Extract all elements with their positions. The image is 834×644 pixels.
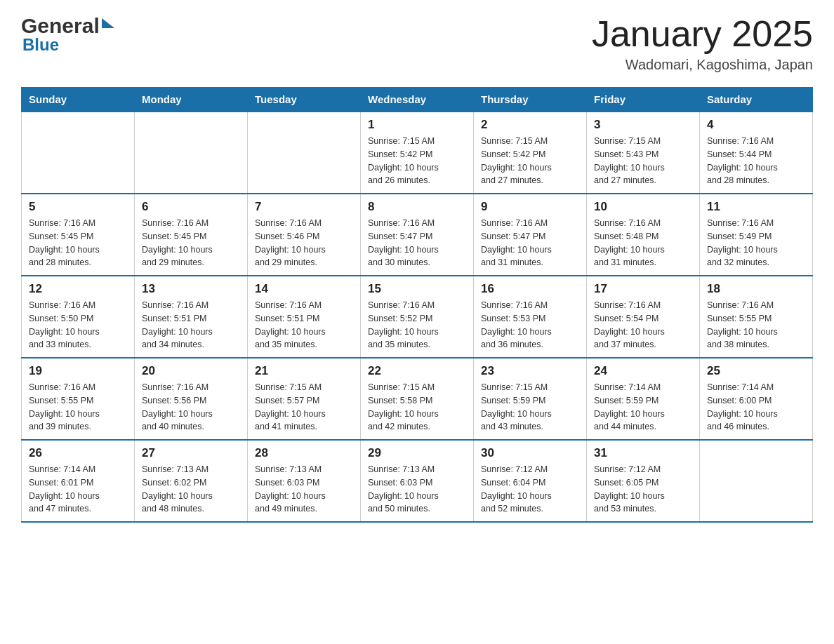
weekday-header-thursday: Thursday [474, 88, 587, 112]
day-number: 21 [255, 364, 353, 378]
calendar-cell: 2Sunrise: 7:15 AM Sunset: 5:42 PM Daylig… [474, 112, 587, 194]
calendar-week-3: 12Sunrise: 7:16 AM Sunset: 5:50 PM Dayli… [22, 276, 813, 358]
calendar-cell: 23Sunrise: 7:15 AM Sunset: 5:59 PM Dayli… [474, 358, 587, 440]
calendar-cell: 6Sunrise: 7:16 AM Sunset: 5:45 PM Daylig… [135, 194, 248, 276]
day-info: Sunrise: 7:13 AM Sunset: 6:03 PM Dayligh… [368, 463, 466, 516]
calendar-cell: 25Sunrise: 7:14 AM Sunset: 6:00 PM Dayli… [700, 358, 813, 440]
weekday-header-monday: Monday [135, 88, 248, 112]
day-info: Sunrise: 7:16 AM Sunset: 5:45 PM Dayligh… [142, 217, 240, 269]
day-info: Sunrise: 7:16 AM Sunset: 5:49 PM Dayligh… [707, 217, 805, 269]
logo-arrow-icon [102, 18, 114, 28]
day-number: 22 [368, 364, 466, 378]
calendar-cell: 9Sunrise: 7:16 AM Sunset: 5:47 PM Daylig… [474, 194, 587, 276]
day-number: 31 [594, 446, 692, 460]
day-info: Sunrise: 7:15 AM Sunset: 5:42 PM Dayligh… [368, 135, 466, 187]
day-info: Sunrise: 7:15 AM Sunset: 5:57 PM Dayligh… [255, 381, 353, 434]
calendar-cell: 26Sunrise: 7:14 AM Sunset: 6:01 PM Dayli… [22, 440, 135, 522]
calendar-cell: 13Sunrise: 7:16 AM Sunset: 5:51 PM Dayli… [135, 276, 248, 358]
day-number: 28 [255, 446, 353, 460]
day-info: Sunrise: 7:16 AM Sunset: 5:51 PM Dayligh… [142, 299, 240, 351]
calendar-cell: 29Sunrise: 7:13 AM Sunset: 6:03 PM Dayli… [361, 440, 474, 522]
day-number: 25 [707, 364, 805, 378]
weekday-header-sunday: Sunday [22, 88, 135, 112]
day-number: 19 [29, 364, 127, 378]
calendar-week-1: 1Sunrise: 7:15 AM Sunset: 5:42 PM Daylig… [22, 112, 813, 194]
weekday-header-wednesday: Wednesday [361, 88, 474, 112]
day-info: Sunrise: 7:14 AM Sunset: 6:00 PM Dayligh… [707, 381, 805, 434]
logo-blue-text: Blue [22, 35, 59, 55]
day-info: Sunrise: 7:16 AM Sunset: 5:53 PM Dayligh… [481, 299, 579, 351]
title-block: January 2025 Wadomari, Kagoshima, Japan [592, 14, 813, 73]
calendar-cell: 18Sunrise: 7:16 AM Sunset: 5:55 PM Dayli… [700, 276, 813, 358]
day-number: 30 [481, 446, 579, 460]
calendar-table: SundayMondayTuesdayWednesdayThursdayFrid… [21, 87, 813, 523]
day-info: Sunrise: 7:14 AM Sunset: 5:59 PM Dayligh… [594, 381, 692, 434]
day-info: Sunrise: 7:15 AM Sunset: 5:43 PM Dayligh… [594, 135, 692, 187]
day-info: Sunrise: 7:15 AM Sunset: 5:59 PM Dayligh… [481, 381, 579, 434]
day-number: 1 [368, 118, 466, 132]
calendar-cell: 19Sunrise: 7:16 AM Sunset: 5:55 PM Dayli… [22, 358, 135, 440]
day-number: 26 [29, 446, 127, 460]
day-number: 27 [142, 446, 240, 460]
calendar-cell: 7Sunrise: 7:16 AM Sunset: 5:46 PM Daylig… [248, 194, 361, 276]
calendar-cell: 12Sunrise: 7:16 AM Sunset: 5:50 PM Dayli… [22, 276, 135, 358]
calendar-cell [22, 112, 135, 194]
calendar-cell: 31Sunrise: 7:12 AM Sunset: 6:05 PM Dayli… [587, 440, 700, 522]
calendar-week-5: 26Sunrise: 7:14 AM Sunset: 6:01 PM Dayli… [22, 440, 813, 522]
calendar-cell: 27Sunrise: 7:13 AM Sunset: 6:02 PM Dayli… [135, 440, 248, 522]
day-number: 4 [707, 118, 805, 132]
location-text: Wadomari, Kagoshima, Japan [592, 57, 813, 73]
calendar-cell: 15Sunrise: 7:16 AM Sunset: 5:52 PM Dayli… [361, 276, 474, 358]
day-info: Sunrise: 7:16 AM Sunset: 5:50 PM Dayligh… [29, 299, 127, 351]
day-number: 23 [481, 364, 579, 378]
day-number: 17 [594, 282, 692, 296]
day-number: 8 [368, 200, 466, 214]
day-info: Sunrise: 7:16 AM Sunset: 5:46 PM Dayligh… [255, 217, 353, 269]
calendar-cell: 20Sunrise: 7:16 AM Sunset: 5:56 PM Dayli… [135, 358, 248, 440]
day-number: 5 [29, 200, 127, 214]
day-info: Sunrise: 7:15 AM Sunset: 5:42 PM Dayligh… [481, 135, 579, 187]
day-number: 14 [255, 282, 353, 296]
weekday-header-friday: Friday [587, 88, 700, 112]
day-number: 10 [594, 200, 692, 214]
calendar-cell: 3Sunrise: 7:15 AM Sunset: 5:43 PM Daylig… [587, 112, 700, 194]
calendar-week-2: 5Sunrise: 7:16 AM Sunset: 5:45 PM Daylig… [22, 194, 813, 276]
day-info: Sunrise: 7:13 AM Sunset: 6:03 PM Dayligh… [255, 463, 353, 516]
day-number: 13 [142, 282, 240, 296]
page-header: General Blue January 2025 Wadomari, Kago… [21, 14, 813, 73]
calendar-cell: 17Sunrise: 7:16 AM Sunset: 5:54 PM Dayli… [587, 276, 700, 358]
day-number: 29 [368, 446, 466, 460]
day-info: Sunrise: 7:12 AM Sunset: 6:05 PM Dayligh… [594, 463, 692, 516]
calendar-week-4: 19Sunrise: 7:16 AM Sunset: 5:55 PM Dayli… [22, 358, 813, 440]
weekday-header-saturday: Saturday [700, 88, 813, 112]
day-number: 15 [368, 282, 466, 296]
calendar-cell [700, 440, 813, 522]
weekday-header-tuesday: Tuesday [248, 88, 361, 112]
calendar-cell: 21Sunrise: 7:15 AM Sunset: 5:57 PM Dayli… [248, 358, 361, 440]
day-info: Sunrise: 7:16 AM Sunset: 5:55 PM Dayligh… [29, 381, 127, 434]
day-info: Sunrise: 7:16 AM Sunset: 5:47 PM Dayligh… [481, 217, 579, 269]
calendar-cell: 22Sunrise: 7:15 AM Sunset: 5:58 PM Dayli… [361, 358, 474, 440]
day-info: Sunrise: 7:14 AM Sunset: 6:01 PM Dayligh… [29, 463, 127, 516]
day-number: 18 [707, 282, 805, 296]
calendar-cell: 16Sunrise: 7:16 AM Sunset: 5:53 PM Dayli… [474, 276, 587, 358]
day-info: Sunrise: 7:16 AM Sunset: 5:56 PM Dayligh… [142, 381, 240, 434]
day-number: 12 [29, 282, 127, 296]
day-info: Sunrise: 7:16 AM Sunset: 5:48 PM Dayligh… [594, 217, 692, 269]
day-info: Sunrise: 7:16 AM Sunset: 5:45 PM Dayligh… [29, 217, 127, 269]
calendar-cell: 1Sunrise: 7:15 AM Sunset: 5:42 PM Daylig… [361, 112, 474, 194]
calendar-cell [135, 112, 248, 194]
calendar-cell: 11Sunrise: 7:16 AM Sunset: 5:49 PM Dayli… [700, 194, 813, 276]
calendar-cell: 14Sunrise: 7:16 AM Sunset: 5:51 PM Dayli… [248, 276, 361, 358]
calendar-cell: 4Sunrise: 7:16 AM Sunset: 5:44 PM Daylig… [700, 112, 813, 194]
calendar-cell: 10Sunrise: 7:16 AM Sunset: 5:48 PM Dayli… [587, 194, 700, 276]
calendar-cell: 24Sunrise: 7:14 AM Sunset: 5:59 PM Dayli… [587, 358, 700, 440]
day-info: Sunrise: 7:16 AM Sunset: 5:51 PM Dayligh… [255, 299, 353, 351]
day-info: Sunrise: 7:12 AM Sunset: 6:04 PM Dayligh… [481, 463, 579, 516]
calendar-cell: 8Sunrise: 7:16 AM Sunset: 5:47 PM Daylig… [361, 194, 474, 276]
day-info: Sunrise: 7:13 AM Sunset: 6:02 PM Dayligh… [142, 463, 240, 516]
day-number: 16 [481, 282, 579, 296]
day-number: 20 [142, 364, 240, 378]
logo-general-text: General [21, 14, 100, 38]
calendar-cell: 30Sunrise: 7:12 AM Sunset: 6:04 PM Dayli… [474, 440, 587, 522]
